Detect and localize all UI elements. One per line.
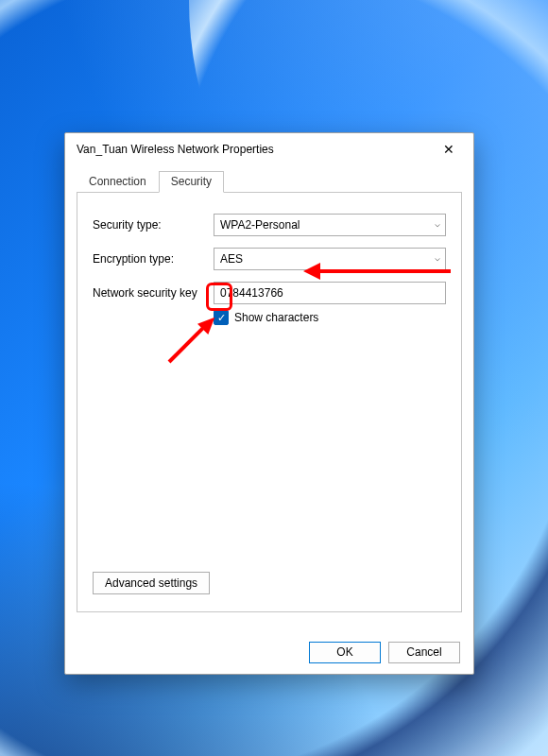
checkbox-show-characters[interactable]: ✓	[214, 310, 229, 325]
row-network-key: Network security key 0784413766	[93, 282, 446, 304]
input-network-key[interactable]: 0784413766	[214, 282, 446, 304]
label-encryption-type: Encryption type:	[93, 252, 214, 266]
row-encryption-type: Encryption type: AES ⌵	[93, 248, 446, 270]
close-button[interactable]: ✕	[432, 136, 466, 163]
label-security-type: Security type:	[93, 218, 214, 232]
dialog-body: Connection Security Security type: WPA2-…	[77, 171, 462, 625]
dialog-footer: OK Cancel	[65, 630, 473, 674]
tab-connection[interactable]: Connection	[77, 171, 159, 193]
combo-encryption-type[interactable]: AES ⌵	[214, 248, 446, 270]
window-title: Van_Tuan Wireless Network Properties	[77, 143, 432, 156]
tab-security[interactable]: Security	[159, 171, 224, 193]
tab-page-security: Security type: WPA2-Personal ⌵ Encryptio…	[77, 193, 462, 612]
titlebar: Van_Tuan Wireless Network Properties ✕	[65, 133, 473, 165]
tab-strip: Connection Security	[77, 171, 462, 193]
ok-button[interactable]: OK	[309, 642, 381, 663]
close-icon: ✕	[443, 143, 454, 156]
chevron-down-icon: ⌵	[435, 218, 440, 229]
chevron-down-icon: ⌵	[435, 252, 440, 263]
cancel-button[interactable]: Cancel	[388, 642, 460, 663]
row-show-characters: ✓ Show characters	[214, 310, 446, 325]
wireless-properties-dialog: Van_Tuan Wireless Network Properties ✕ C…	[64, 132, 474, 675]
input-network-key-value: 0784413766	[220, 286, 283, 300]
row-security-type: Security type: WPA2-Personal ⌵	[93, 214, 446, 236]
checkmark-icon: ✓	[217, 313, 226, 323]
combo-encryption-type-value: AES	[220, 252, 243, 266]
advanced-settings-button[interactable]: Advanced settings	[93, 572, 210, 594]
combo-security-type-value: WPA2-Personal	[220, 218, 300, 232]
label-network-key: Network security key	[93, 286, 214, 300]
combo-security-type[interactable]: WPA2-Personal ⌵	[214, 214, 446, 236]
label-show-characters: Show characters	[234, 311, 318, 324]
